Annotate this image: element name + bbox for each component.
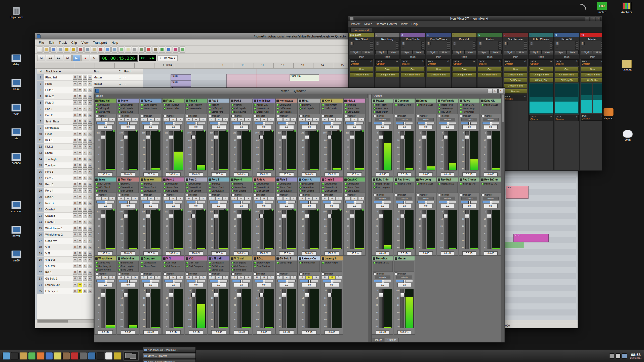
menu-view[interactable]: View	[79, 40, 91, 45]
pan-slider[interactable]	[164, 122, 182, 124]
spin-down-icon[interactable]	[370, 48, 373, 50]
mixer-strip-header[interactable]: MetroBus	[372, 256, 393, 260]
plugin-item[interactable]: Rev Long (A	[95, 264, 116, 268]
gain-fader[interactable]	[422, 131, 426, 170]
strip-s-button[interactable]: S	[313, 197, 319, 200]
stylus-tray-icon[interactable]	[616, 353, 621, 358]
track-a-button[interactable]: A	[88, 81, 92, 86]
monitor-toggle[interactable]: monitor	[416, 193, 436, 196]
save-session-icon[interactable]	[50, 47, 56, 53]
menu-help[interactable]: Help	[109, 40, 120, 45]
track-m-button[interactable]: M	[78, 151, 83, 155]
track-s-button[interactable]: S	[83, 270, 87, 275]
module-clf-eqlzr-8-bnd[interactable]: Clf Eqlzr 8 Bnd	[427, 72, 450, 77]
plugin-item[interactable]: Insert 13 (Au	[373, 261, 392, 264]
fader-handle[interactable]	[237, 135, 241, 139]
track-m-button[interactable]: M	[78, 157, 83, 161]
copy-icon[interactable]	[84, 47, 90, 53]
mixer-strip-header[interactable]: Tom high	[117, 177, 139, 182]
spin-down-icon[interactable]	[396, 43, 399, 45]
track-m-button[interactable]: M	[78, 88, 83, 92]
strip-r-button[interactable]: R	[209, 276, 215, 279]
strip-r-button[interactable]: R	[276, 118, 283, 121]
plugin-item[interactable]: LinuxSampl	[344, 182, 365, 186]
desktop-icon-eis[interactable]: eis	[6, 128, 27, 140]
spin-up-icon[interactable]	[370, 41, 373, 43]
outputs-button[interactable]: outputs	[396, 276, 412, 279]
monitor-toggle[interactable]: monitor	[95, 114, 116, 117]
menu-track[interactable]: Track	[57, 40, 69, 45]
strip-r-button[interactable]: R	[118, 118, 124, 121]
monitor-toggle[interactable]: monitor	[253, 193, 275, 196]
spin-up-icon[interactable]	[473, 41, 476, 43]
strip-m-button[interactable]: M	[215, 276, 222, 279]
mixer-strip-header[interactable]: Echo Git	[480, 99, 501, 103]
track-s-button[interactable]: S	[83, 188, 87, 193]
track-s-button[interactable]: S	[83, 151, 87, 155]
track-a-button[interactable]: A	[88, 226, 92, 231]
plugin-item[interactable]: Stereo Amp	[95, 261, 116, 264]
pan-slider[interactable]	[300, 201, 318, 203]
strip-m-button[interactable]: M	[261, 118, 267, 121]
module-clf-eqlzr-8-bnd[interactable]: Clf Eqlzr 8 Bnd	[350, 72, 373, 77]
strip-m-button[interactable]: M	[147, 197, 154, 200]
mixer-strip-header[interactable]: Synth Bass	[253, 99, 275, 103]
desktop-icon-claire[interactable]: claire	[6, 79, 27, 90]
mixer-strip-header[interactable]: Tom low	[140, 177, 162, 182]
strip-r-button[interactable]: R	[186, 197, 192, 200]
track-r-button[interactable]: R	[73, 207, 77, 212]
mixer-strip-header[interactable]: Latency Ou	[298, 256, 320, 260]
gain-fader[interactable]	[487, 210, 491, 249]
module-clf-vntg-dly[interactable]: Clf Vntg Dly	[555, 78, 579, 82]
io-mode-button[interactable]: []	[504, 42, 508, 45]
strip-r-button[interactable]: R	[322, 118, 328, 121]
mute-button[interactable]: Mute	[490, 50, 502, 54]
delete-icon[interactable]	[98, 47, 104, 53]
plugin-item[interactable]: Insert 12 (Au	[481, 182, 501, 186]
monitor-toggle[interactable]: monitor	[140, 114, 162, 117]
plugin-item[interactable]: Stereo Balan	[186, 107, 206, 110]
outputs-button[interactable]: outputs	[418, 197, 434, 200]
gain-fader[interactable]	[214, 210, 218, 249]
pan-slider[interactable]	[255, 280, 273, 282]
monitor-toggle[interactable]: monitor	[140, 193, 162, 196]
track-s-button[interactable]: S	[83, 144, 87, 149]
track-a-button[interactable]: A	[88, 182, 92, 187]
strip-r-button[interactable]: R	[299, 118, 305, 121]
pan-slider[interactable]	[345, 201, 364, 203]
strip-color-tab[interactable]: 8	[529, 33, 553, 37]
pan-slider[interactable]	[255, 201, 273, 203]
plugin-item[interactable]: Calf Equaliz	[299, 107, 319, 110]
plugin-item[interactable]: Insert 2 (Audi	[394, 103, 414, 107]
monitor-toggle[interactable]: monitor	[163, 114, 184, 117]
spin-up-icon[interactable]	[447, 46, 450, 48]
mixer-strip-header[interactable]: Perc 2	[185, 177, 207, 182]
mixer-strip-header[interactable]: Master	[372, 99, 393, 103]
strip-m-button[interactable]: M	[238, 118, 244, 121]
fader-handle[interactable]	[146, 293, 150, 297]
plugin-item[interactable]: Calf Equaliz	[231, 107, 252, 110]
track-s-button[interactable]: S	[83, 264, 87, 268]
track-s-button[interactable]: S	[83, 138, 87, 143]
fader-handle[interactable]	[124, 214, 128, 218]
mixer-strip-header[interactable]: V f1	[163, 256, 184, 260]
strip-m-button[interactable]: M	[306, 197, 312, 200]
fader-handle[interactable]	[101, 135, 105, 139]
strip-m-button[interactable]: M	[306, 118, 312, 121]
desktop-icon-vmm[interactable]: vmm	[617, 130, 638, 141]
plugin-item[interactable]: Stereo Rout	[118, 186, 138, 189]
strip-m-button[interactable]: M	[306, 276, 312, 279]
spin-up-icon[interactable]	[396, 41, 399, 43]
plugin-item[interactable]: drumkv1	[299, 103, 319, 107]
strip-m-button[interactable]: M	[329, 197, 335, 200]
track-r-button[interactable]: R	[73, 239, 77, 243]
strip-m-button[interactable]: M	[215, 197, 222, 200]
strip-s-button[interactable]: S	[245, 197, 251, 200]
plugin-item[interactable]: Calf Equaliz	[231, 189, 252, 193]
track-r-button[interactable]: R	[73, 169, 77, 174]
fader-handle[interactable]	[487, 214, 491, 218]
strip-color-tab[interactable]: 6	[477, 33, 502, 37]
gimp-icon[interactable]	[62, 352, 70, 360]
plugin-item[interactable]: Insert 7 (Audi	[373, 182, 392, 186]
spin-up-icon[interactable]	[421, 46, 424, 48]
